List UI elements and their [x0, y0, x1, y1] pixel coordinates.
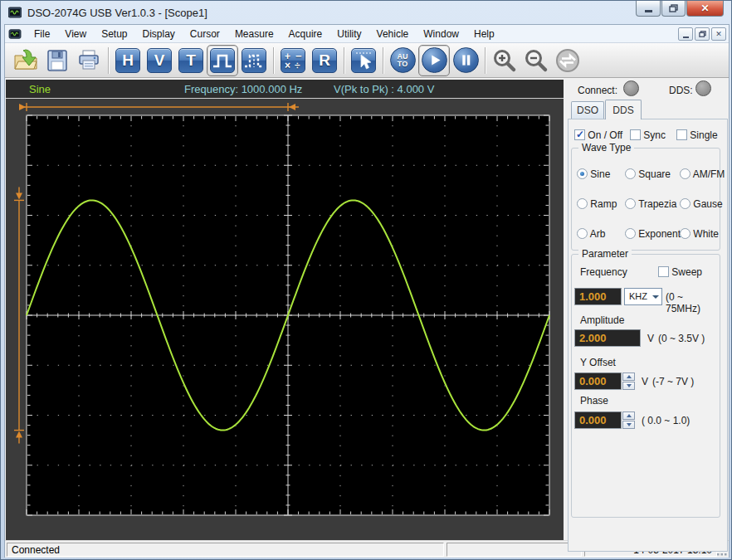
cursor-button[interactable]	[348, 45, 379, 76]
child-minimize-icon	[683, 37, 689, 38]
print-button[interactable]	[73, 45, 105, 76]
menu-file[interactable]: File	[27, 26, 57, 42]
sync-checkbox[interactable]: Sync	[630, 129, 666, 141]
y-offset-label: Y Offset	[580, 357, 616, 368]
radio-white[interactable]: White	[680, 228, 723, 240]
sync-checkbox-box[interactable]	[630, 129, 641, 140]
y-offset-range: (-7 ~ 7V )	[652, 376, 694, 387]
amplitude-input[interactable]: 2.000	[574, 329, 641, 347]
parameter-title: Parameter	[578, 248, 632, 260]
toolbar-separator	[485, 47, 486, 74]
window-title: DSO-2074G USB Ver1.0.3 - [Scope1]	[27, 7, 207, 19]
minimize-button[interactable]	[636, 1, 661, 17]
radio-gause[interactable]: Gause	[680, 198, 723, 210]
zoom-in-icon	[491, 47, 518, 74]
zoom-out-button[interactable]	[520, 45, 552, 76]
child-minimize-button[interactable]	[678, 27, 693, 41]
stepper-up-icon[interactable]	[622, 373, 635, 381]
horizontal-icon: H	[115, 48, 140, 73]
maximize-button[interactable]	[661, 1, 686, 17]
onoff-checkbox-box[interactable]	[574, 129, 585, 140]
play-icon	[422, 47, 447, 73]
phase-stepper[interactable]	[622, 411, 635, 429]
stepper-down-icon[interactable]	[622, 382, 635, 390]
menu-display[interactable]: Display	[135, 26, 183, 42]
radio-sine[interactable]: Sine	[577, 168, 625, 180]
amplitude-label: Amplitude	[580, 314, 624, 326]
save-button[interactable]	[41, 45, 73, 76]
menu-window[interactable]: Window	[416, 26, 466, 42]
frequency-range: (0 ~ 75MHz)	[666, 291, 720, 314]
phase-input[interactable]: 0.000	[574, 411, 622, 429]
menu-setup[interactable]: Setup	[94, 26, 134, 42]
menu-cursor[interactable]: Cursor	[183, 26, 227, 42]
menu-view[interactable]: View	[57, 26, 94, 42]
app-window: DSO-2074G USB Ver1.0.3 - [Scope1] ✕ File…	[0, 0, 732, 560]
pause-button[interactable]	[450, 45, 481, 76]
single-checkbox-box[interactable]	[676, 129, 687, 140]
stepper-down-icon[interactable]	[622, 421, 635, 429]
zoom-in-button[interactable]	[489, 45, 520, 76]
readout-bar: Sine Frequency: 1000.000 Hz V(Pk to Pk) …	[6, 80, 564, 99]
radio-trapezia[interactable]: Trapezia	[625, 198, 680, 210]
title-bar: DSO-2074G USB Ver1.0.3 - [Scope1] ✕	[1, 1, 731, 24]
frequency-input[interactable]: 1.000	[574, 288, 622, 305]
app-icon	[8, 6, 22, 19]
wave-name-readout: Sine	[29, 83, 51, 95]
sweep-checkbox[interactable]: Sweep	[658, 266, 702, 278]
onoff-checkbox[interactable]: On / Off	[574, 129, 622, 141]
reference-button[interactable]: R	[309, 45, 340, 76]
menu-vehicle[interactable]: Vehicle	[369, 26, 417, 42]
child-restore-button[interactable]	[695, 27, 710, 41]
radio-ramp[interactable]: Ramp	[577, 198, 625, 210]
pause-icon	[453, 47, 479, 73]
math-button[interactable]: + − × ÷	[277, 45, 309, 76]
menu-utility[interactable]: Utility	[329, 26, 368, 42]
save-icon	[45, 48, 70, 73]
pulse-icon	[210, 48, 235, 73]
vertical-icon: V	[147, 48, 172, 73]
open-button[interactable]	[10, 45, 41, 76]
control-panel: Connect: DDS: DSO DDS On / Off Sync Sing…	[566, 80, 730, 542]
connect-indicator-icon	[623, 80, 639, 96]
trigger-button[interactable]: T	[175, 45, 207, 76]
y-offset-input[interactable]: 0.000	[574, 373, 622, 390]
menu-help[interactable]: Help	[466, 26, 502, 42]
play-button[interactable]	[418, 45, 450, 76]
radio-square[interactable]: Square	[625, 168, 680, 180]
single-checkbox[interactable]: Single	[676, 129, 718, 141]
restore-icon	[669, 4, 678, 12]
scope-display	[6, 100, 564, 540]
menu-measure[interactable]: Measure	[227, 26, 281, 42]
radio-amfm[interactable]: AM/FM	[680, 168, 723, 180]
child-restore-icon	[699, 31, 706, 37]
toolbar-separator	[344, 47, 344, 74]
open-file-icon	[12, 47, 39, 74]
menu-acquire[interactable]: Acquire	[281, 26, 330, 42]
dds-indicator-icon	[695, 80, 711, 96]
frequency-unit-select[interactable]: KHZ	[624, 288, 662, 305]
tab-dds[interactable]: DDS	[605, 100, 642, 119]
cursor-icon	[351, 48, 376, 73]
y-offset-stepper[interactable]	[622, 373, 635, 390]
zoom-out-icon	[523, 47, 549, 74]
tab-dso[interactable]: DSO	[571, 101, 604, 119]
auto-icon: AU TO	[390, 47, 416, 73]
stepper-up-icon[interactable]	[622, 411, 635, 420]
toolbar-separator	[383, 47, 383, 74]
radio-exponent[interactable]: Exponent	[625, 228, 680, 240]
vertical-button[interactable]: V	[144, 45, 175, 76]
transfer-button[interactable]	[552, 45, 583, 76]
pulse-alt-button[interactable]	[238, 45, 270, 76]
pulse-button[interactable]	[207, 45, 238, 76]
frequency-readout: Frequency: 1000.000 Hz	[184, 83, 302, 95]
scope-region: Sine Frequency: 1000.000 Hz V(Pk to Pk) …	[6, 80, 564, 540]
close-button[interactable]: ✕	[686, 1, 724, 17]
sweep-checkbox-box[interactable]	[658, 266, 669, 277]
auto-button[interactable]: AU TO	[387, 45, 418, 76]
radio-arb[interactable]: Arb	[577, 228, 625, 240]
print-icon	[76, 48, 101, 73]
horizontal-button[interactable]: H	[112, 45, 144, 76]
phase-label: Phase	[580, 395, 608, 407]
child-close-button[interactable]: ✕	[711, 27, 726, 41]
